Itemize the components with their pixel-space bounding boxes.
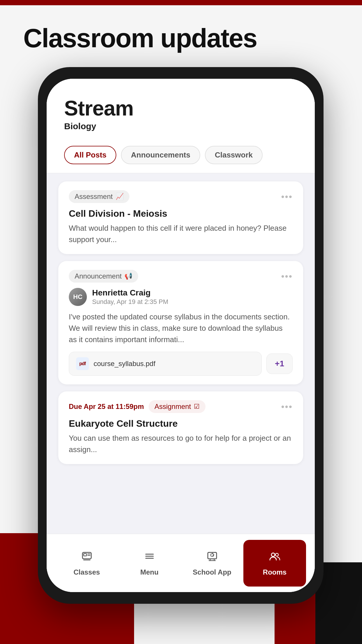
assessment-tag: Assessment 📈 xyxy=(69,190,129,203)
author-row: HC Henrietta Craig Sunday, Apr 19 at 2:3… xyxy=(69,288,293,306)
rooms-icon xyxy=(269,550,281,565)
bottom-nav: Classes Menu xyxy=(47,534,315,592)
author-info: Henrietta Craig Sunday, Apr 19 at 2:35 P… xyxy=(92,288,168,306)
card-title-1: Cell Division - Meiosis xyxy=(69,208,293,219)
card-body-3: You can use them as resources to go to f… xyxy=(69,433,293,455)
classes-icon xyxy=(81,550,93,565)
rooms-label: Rooms xyxy=(263,568,287,576)
card-more-button-3[interactable]: ••• xyxy=(281,401,293,412)
nav-item-menu[interactable]: Menu xyxy=(118,540,181,587)
nav-item-classes[interactable]: Classes xyxy=(55,540,118,587)
author-avatar: HC xyxy=(69,288,87,306)
page-title: Classroom updates xyxy=(23,23,257,53)
assignment-tag-label: Assignment xyxy=(154,402,191,411)
author-date: Sunday, Apr 19 at 2:35 PM xyxy=(92,298,168,306)
school-app-label: School App xyxy=(193,568,231,576)
svg-rect-1 xyxy=(84,554,87,556)
card-header-row-3: Due Apr 25 at 11:59pm Assignment ☑ ••• xyxy=(69,400,293,413)
due-date-tag: Due Apr 25 at 11:59pm xyxy=(69,402,144,411)
card-header-row-1: Assessment 📈 ••• xyxy=(69,190,293,203)
card-more-button-1[interactable]: ••• xyxy=(281,191,293,202)
card-more-button-2[interactable]: ••• xyxy=(281,271,293,282)
trend-icon: 📈 xyxy=(116,193,124,200)
avatar-initials: HC xyxy=(69,288,87,306)
phone-frame: Stream Biology All Posts Announcements C… xyxy=(38,67,324,604)
assignment-tag: Assignment ☑ xyxy=(149,400,205,413)
attachment-name: course_syllabus.pdf xyxy=(94,360,155,368)
announcement-tag: Announcement 📢 xyxy=(69,270,138,283)
screen-subtitle: Biology xyxy=(64,121,297,131)
tab-announcements[interactable]: Announcements xyxy=(121,146,200,164)
menu-label: Menu xyxy=(140,568,159,576)
phone-screen: Stream Biology All Posts Announcements C… xyxy=(47,79,315,592)
announcement-icon: 📢 xyxy=(124,272,132,280)
card-body-2: I've posted the updated course syllabus … xyxy=(69,311,293,345)
pdf-icon: pdf xyxy=(76,357,89,370)
classes-label: Classes xyxy=(73,568,100,576)
card-assignment[interactable]: Due Apr 25 at 11:59pm Assignment ☑ ••• E… xyxy=(58,391,303,464)
menu-icon xyxy=(143,550,156,565)
card-header-row-2: Announcement 📢 ••• xyxy=(69,270,293,283)
phone-notch xyxy=(149,67,213,78)
screen-title: Stream xyxy=(64,96,297,120)
screen-content: Stream Biology All Posts Announcements C… xyxy=(47,79,315,592)
bg-top-bar xyxy=(0,0,362,5)
announcement-tag-label: Announcement xyxy=(75,272,122,280)
card-announcement[interactable]: Announcement 📢 ••• HC Henrietta Craig Su… xyxy=(58,261,303,384)
card-body-1: What would happen to this cell if it wer… xyxy=(69,223,293,245)
svg-point-14 xyxy=(275,553,278,556)
screen-header: Stream Biology xyxy=(47,79,315,140)
nav-item-rooms[interactable]: Rooms xyxy=(243,540,306,587)
attachment-file[interactable]: pdf course_syllabus.pdf xyxy=(69,352,262,376)
svg-point-13 xyxy=(271,553,275,556)
card-header-left-3: Due Apr 25 at 11:59pm Assignment ☑ xyxy=(69,400,205,413)
filter-tabs: All Posts Announcements Classwork xyxy=(47,140,315,173)
school-app-icon xyxy=(206,550,218,565)
card-title-3: Eukaryote Cell Structure xyxy=(69,418,293,429)
attachment-more-count[interactable]: +1 xyxy=(266,354,293,374)
attachment-row: pdf course_syllabus.pdf +1 xyxy=(69,352,293,376)
assignment-icon: ☑ xyxy=(194,403,200,410)
tab-all-posts[interactable]: All Posts xyxy=(64,146,116,164)
author-name: Henrietta Craig xyxy=(92,288,168,298)
assessment-tag-label: Assessment xyxy=(75,192,113,201)
tab-classwork[interactable]: Classwork xyxy=(205,146,263,164)
cards-area: Assessment 📈 ••• Cell Division - Meiosis… xyxy=(47,173,315,587)
card-assessment[interactable]: Assessment 📈 ••• Cell Division - Meiosis… xyxy=(58,181,303,254)
nav-item-school-app[interactable]: School App xyxy=(181,540,243,587)
